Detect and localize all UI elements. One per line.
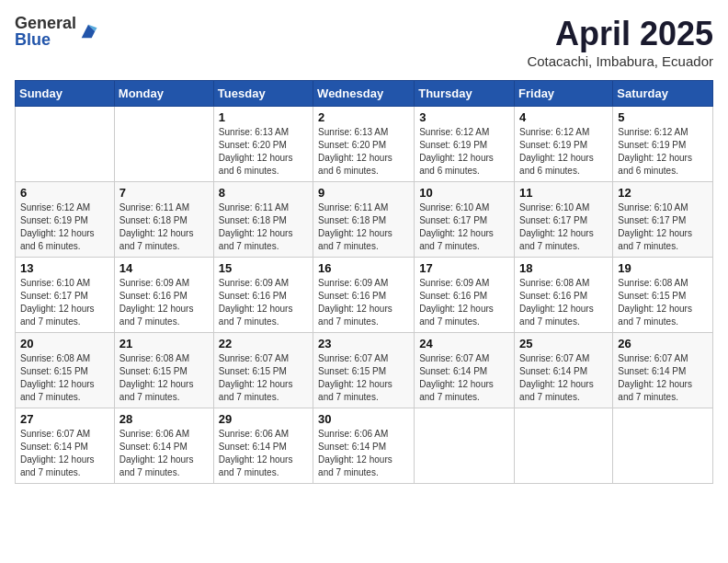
day-detail: Sunrise: 6:10 AM Sunset: 6:17 PM Dayligh… [618,201,708,253]
calendar-cell: 14Sunrise: 6:09 AM Sunset: 6:16 PM Dayli… [114,258,213,333]
day-detail: Sunrise: 6:06 AM Sunset: 6:14 PM Dayligh… [219,428,308,479]
day-number: 21 [119,337,209,350]
page-header: General Blue April 2025 Cotacachi, Imbab… [15,15,713,69]
calendar-cell: 12Sunrise: 6:10 AM Sunset: 6:17 PM Dayli… [613,182,713,258]
day-number: 27 [20,412,109,426]
calendar-cell: 19Sunrise: 6:08 AM Sunset: 6:15 PM Dayli… [613,258,713,333]
day-detail: Sunrise: 6:10 AM Sunset: 6:17 PM Dayligh… [20,277,109,328]
header-friday: Friday [515,81,613,107]
calendar-cell [16,107,115,182]
day-detail: Sunrise: 6:12 AM Sunset: 6:19 PM Dayligh… [419,126,509,178]
day-number: 15 [219,261,308,275]
calendar-cell [415,408,515,484]
day-number: 5 [618,110,708,124]
day-number: 10 [419,186,509,200]
calendar-cell: 29Sunrise: 6:06 AM Sunset: 6:14 PM Dayli… [213,408,313,484]
day-number: 6 [20,186,109,200]
day-number: 9 [318,186,409,200]
day-detail: Sunrise: 6:07 AM Sunset: 6:15 PM Dayligh… [219,352,308,404]
day-number: 24 [419,337,509,350]
day-detail: Sunrise: 6:11 AM Sunset: 6:18 PM Dayligh… [318,201,409,253]
day-number: 30 [318,412,409,426]
header-wednesday: Wednesday [313,81,415,107]
calendar-cell: 15Sunrise: 6:09 AM Sunset: 6:16 PM Dayli… [213,258,313,333]
calendar-header: Sunday Monday Tuesday Wednesday Thursday… [16,81,713,107]
week-row-4: 20Sunrise: 6:08 AM Sunset: 6:15 PM Dayli… [16,333,713,408]
calendar-cell: 24Sunrise: 6:07 AM Sunset: 6:14 PM Dayli… [415,333,515,408]
location-subtitle: Cotacachi, Imbabura, Ecuador [527,53,713,69]
day-detail: Sunrise: 6:13 AM Sunset: 6:20 PM Dayligh… [318,126,409,178]
calendar-cell: 2Sunrise: 6:13 AM Sunset: 6:20 PM Daylig… [313,107,415,182]
day-number: 1 [219,110,308,124]
day-detail: Sunrise: 6:12 AM Sunset: 6:19 PM Dayligh… [20,201,109,253]
day-detail: Sunrise: 6:08 AM Sunset: 6:15 PM Dayligh… [20,352,109,404]
calendar-cell: 11Sunrise: 6:10 AM Sunset: 6:17 PM Dayli… [515,182,613,258]
day-number: 4 [519,110,608,124]
day-number: 12 [618,186,708,200]
calendar-body: 1Sunrise: 6:13 AM Sunset: 6:20 PM Daylig… [16,107,713,484]
day-detail: Sunrise: 6:12 AM Sunset: 6:19 PM Dayligh… [519,126,608,178]
calendar-cell: 30Sunrise: 6:06 AM Sunset: 6:14 PM Dayli… [313,408,415,484]
day-detail: Sunrise: 6:06 AM Sunset: 6:14 PM Dayligh… [119,428,209,479]
calendar-cell: 17Sunrise: 6:09 AM Sunset: 6:16 PM Dayli… [415,258,515,333]
day-number: 23 [318,337,409,350]
calendar-cell: 23Sunrise: 6:07 AM Sunset: 6:15 PM Dayli… [313,333,415,408]
week-row-5: 27Sunrise: 6:07 AM Sunset: 6:14 PM Dayli… [16,408,713,484]
day-number: 29 [219,412,308,426]
header-tuesday: Tuesday [213,81,313,107]
calendar-cell: 4Sunrise: 6:12 AM Sunset: 6:19 PM Daylig… [515,107,613,182]
calendar-cell: 25Sunrise: 6:07 AM Sunset: 6:14 PM Dayli… [515,333,613,408]
day-detail: Sunrise: 6:10 AM Sunset: 6:17 PM Dayligh… [419,201,509,253]
day-detail: Sunrise: 6:12 AM Sunset: 6:19 PM Dayligh… [618,126,708,178]
month-title: April 2025 [527,15,713,53]
day-number: 22 [219,337,308,350]
logo-icon [78,21,98,41]
day-detail: Sunrise: 6:11 AM Sunset: 6:18 PM Dayligh… [119,201,209,253]
day-number: 17 [419,261,509,275]
logo-blue-text: Blue [15,31,76,48]
calendar-cell: 27Sunrise: 6:07 AM Sunset: 6:14 PM Dayli… [16,408,115,484]
header-saturday: Saturday [613,81,713,107]
calendar-cell: 22Sunrise: 6:07 AM Sunset: 6:15 PM Dayli… [213,333,313,408]
day-number: 28 [119,412,209,426]
day-detail: Sunrise: 6:08 AM Sunset: 6:16 PM Dayligh… [519,277,608,328]
day-detail: Sunrise: 6:09 AM Sunset: 6:16 PM Dayligh… [419,277,509,328]
calendar-cell: 8Sunrise: 6:11 AM Sunset: 6:18 PM Daylig… [213,182,313,258]
day-number: 7 [119,186,209,200]
calendar-cell: 28Sunrise: 6:06 AM Sunset: 6:14 PM Dayli… [114,408,213,484]
calendar-cell [515,408,613,484]
week-row-2: 6Sunrise: 6:12 AM Sunset: 6:19 PM Daylig… [16,182,713,258]
day-number: 18 [519,261,608,275]
calendar-cell: 26Sunrise: 6:07 AM Sunset: 6:14 PM Dayli… [613,333,713,408]
day-detail: Sunrise: 6:06 AM Sunset: 6:14 PM Dayligh… [318,428,409,479]
day-number: 26 [618,337,708,350]
day-detail: Sunrise: 6:07 AM Sunset: 6:15 PM Dayligh… [318,352,409,404]
calendar-cell: 16Sunrise: 6:09 AM Sunset: 6:16 PM Dayli… [313,258,415,333]
day-detail: Sunrise: 6:07 AM Sunset: 6:14 PM Dayligh… [20,428,109,479]
day-number: 2 [318,110,409,124]
day-detail: Sunrise: 6:13 AM Sunset: 6:20 PM Dayligh… [219,126,308,178]
day-detail: Sunrise: 6:07 AM Sunset: 6:14 PM Dayligh… [519,352,608,404]
day-detail: Sunrise: 6:11 AM Sunset: 6:18 PM Dayligh… [219,201,308,253]
calendar-cell: 9Sunrise: 6:11 AM Sunset: 6:18 PM Daylig… [313,182,415,258]
calendar-cell: 1Sunrise: 6:13 AM Sunset: 6:20 PM Daylig… [213,107,313,182]
header-monday: Monday [114,81,213,107]
header-sunday: Sunday [16,81,115,107]
day-number: 14 [119,261,209,275]
logo: General Blue [15,15,98,48]
title-area: April 2025 Cotacachi, Imbabura, Ecuador [527,15,713,69]
day-number: 16 [318,261,409,275]
day-detail: Sunrise: 6:10 AM Sunset: 6:17 PM Dayligh… [519,201,608,253]
calendar-cell: 18Sunrise: 6:08 AM Sunset: 6:16 PM Dayli… [515,258,613,333]
calendar-cell: 13Sunrise: 6:10 AM Sunset: 6:17 PM Dayli… [16,258,115,333]
day-detail: Sunrise: 6:09 AM Sunset: 6:16 PM Dayligh… [318,277,409,328]
calendar-cell: 5Sunrise: 6:12 AM Sunset: 6:19 PM Daylig… [613,107,713,182]
day-number: 3 [419,110,509,124]
day-number: 8 [219,186,308,200]
day-number: 25 [519,337,608,350]
calendar-cell: 20Sunrise: 6:08 AM Sunset: 6:15 PM Dayli… [16,333,115,408]
calendar-cell [613,408,713,484]
calendar-cell: 7Sunrise: 6:11 AM Sunset: 6:18 PM Daylig… [114,182,213,258]
header-row: Sunday Monday Tuesday Wednesday Thursday… [16,81,713,107]
week-row-3: 13Sunrise: 6:10 AM Sunset: 6:17 PM Dayli… [16,258,713,333]
